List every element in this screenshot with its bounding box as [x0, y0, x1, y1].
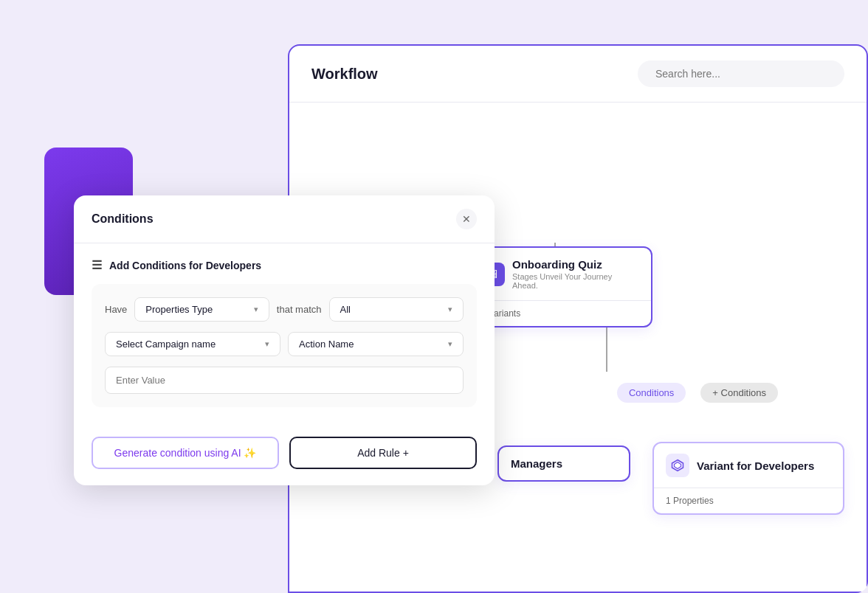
onboarding-title: Onboarding Quiz [512, 258, 639, 271]
chevron-down-icon-2: ▾ [448, 305, 452, 314]
variant-node: Variant for Developers 1 Properties [652, 442, 844, 515]
chevron-down-icon-3: ▾ [265, 339, 269, 349]
campaign-label: Select Campaign name [116, 339, 216, 350]
section-title-text: Add Conditions for Developers [109, 260, 261, 271]
add-rule-button[interactable]: Add Rule + [289, 437, 477, 469]
modal-footer: Generate condition using AI ✨ Add Rule + [74, 437, 495, 485]
conditions-row-2: Select Campaign name ▾ Action Name ▾ [105, 332, 464, 356]
chevron-down-icon: ▾ [254, 305, 258, 314]
onboarding-footer: 2 Variants [469, 300, 651, 326]
generate-ai-label: Generate condition using AI ✨ [114, 447, 257, 459]
variant-footer: 1 Properties [654, 488, 843, 513]
variant-icon [666, 454, 689, 477]
that-match-label: that match [277, 304, 322, 315]
modal-close-button[interactable]: ✕ [456, 209, 477, 229]
connector-badges-area: Conditions + Conditions [617, 383, 778, 403]
properties-type-dropdown[interactable]: Properties Type ▾ [134, 297, 269, 322]
chevron-down-icon-4: ▾ [448, 339, 452, 349]
add-conditions-badge[interactable]: + Conditions [700, 383, 778, 403]
managers-node: Managers [497, 445, 630, 482]
onboarding-subtitle: Stages Unveil Your Journey Ahead. [512, 272, 639, 290]
section-title: ☰ Add Conditions for Developers [92, 258, 477, 272]
conditions-box: Have Properties Type ▾ that match All ▾ … [92, 284, 477, 407]
action-label: Action Name [299, 339, 354, 350]
workflow-title: Workflow [311, 66, 378, 83]
have-label: Have [105, 304, 127, 315]
onboarding-node: 🖥 Onboarding Quiz Stages Unveil Your Jou… [468, 246, 652, 327]
variant-header: Variant for Developers [654, 443, 843, 488]
conditions-modal: Conditions ✕ ☰ Add Conditions for Develo… [74, 195, 495, 485]
enter-value-input[interactable] [105, 367, 464, 394]
all-dropdown[interactable]: All ▾ [329, 297, 464, 322]
modal-header: Conditions ✕ [74, 195, 495, 243]
workflow-search-input[interactable] [638, 60, 844, 87]
properties-type-label: Properties Type [145, 304, 213, 315]
generate-ai-button[interactable]: Generate condition using AI ✨ [92, 437, 279, 469]
all-label: All [340, 304, 351, 315]
campaign-dropdown[interactable]: Select Campaign name ▾ [105, 332, 280, 356]
modal-body: ☰ Add Conditions for Developers Have Pro… [74, 243, 495, 437]
managers-title: Managers [511, 457, 562, 470]
variant-title: Variant for Developers [697, 460, 814, 472]
conditions-badge[interactable]: Conditions [617, 383, 686, 403]
action-dropdown[interactable]: Action Name ▾ [288, 332, 464, 356]
modal-title: Conditions [92, 212, 154, 226]
conditions-row-1: Have Properties Type ▾ that match All ▾ [105, 297, 464, 322]
onboarding-header: 🖥 Onboarding Quiz Stages Unveil Your Jou… [469, 248, 651, 300]
add-rule-label: Add Rule + [357, 447, 409, 459]
workflow-header: Workflow [289, 46, 867, 103]
managers-header: Managers [499, 447, 629, 480]
section-icon: ☰ [92, 258, 102, 272]
